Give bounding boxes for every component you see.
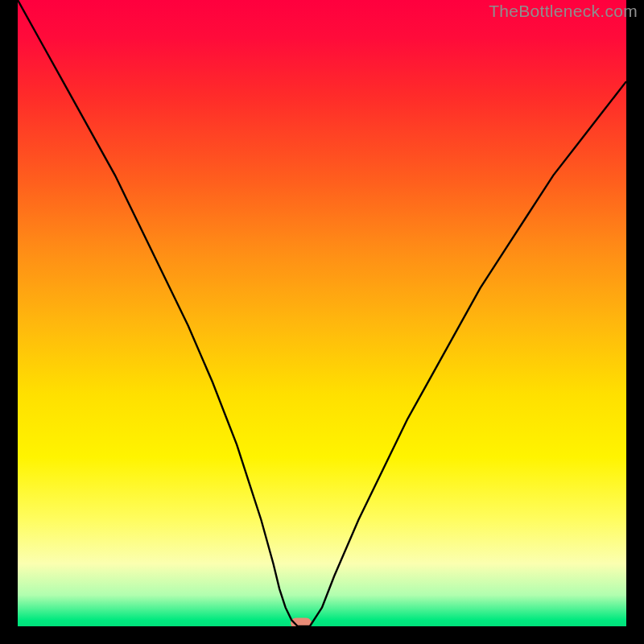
bottleneck-chart: TheBottleneck.com xyxy=(0,0,644,644)
plot-area xyxy=(18,0,626,626)
bottleneck-curve xyxy=(18,0,626,626)
watermark-text: TheBottleneck.com xyxy=(489,2,638,21)
curve-path xyxy=(18,0,626,626)
